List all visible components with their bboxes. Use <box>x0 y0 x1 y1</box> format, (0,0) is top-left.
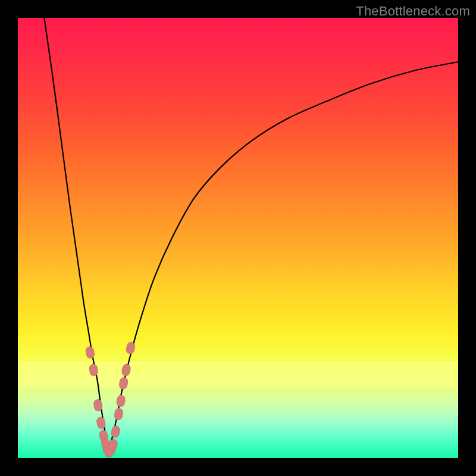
data-marker <box>116 394 126 408</box>
curve-left <box>44 18 108 454</box>
data-marker <box>114 408 124 421</box>
plot-area <box>18 18 458 458</box>
data-marker <box>85 346 96 359</box>
watermark-text: TheBottleneck.com <box>356 4 470 19</box>
curve-right <box>108 62 458 454</box>
chart-svg <box>18 18 458 458</box>
data-marker <box>93 399 103 412</box>
data-marker <box>89 364 99 377</box>
data-marker <box>121 364 131 377</box>
data-marker <box>118 377 129 390</box>
